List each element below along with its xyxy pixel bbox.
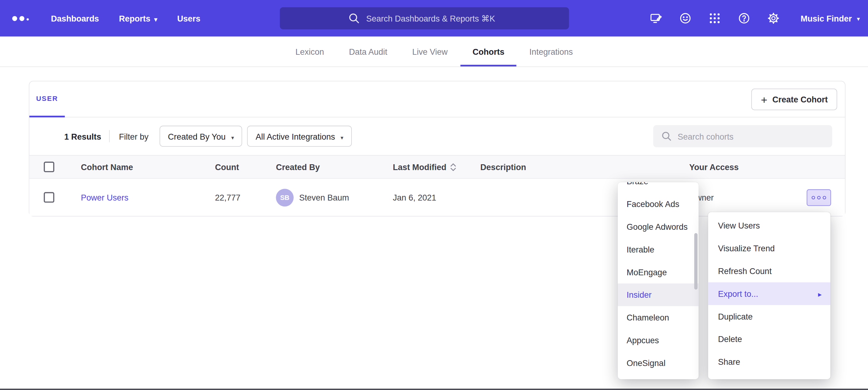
- row-checkbox-cell: [44, 179, 54, 216]
- sort-icon[interactable]: [450, 162, 457, 171]
- chevron-down-icon: [154, 13, 157, 23]
- cohorts-card: USER Create Cohort 1 Results Filter by C…: [29, 81, 845, 217]
- tab-live-view[interactable]: Live View: [412, 37, 447, 66]
- menu-item-appcues[interactable]: Appcues: [618, 329, 699, 352]
- menu-item-export-to[interactable]: Export to...: [708, 282, 831, 305]
- menu-item-facebook-ads[interactable]: Facebook Ads: [618, 193, 699, 215]
- table-row[interactable]: Power Users 22,777 SB Steven Baum Jan 6,…: [29, 179, 845, 216]
- nav-dashboards[interactable]: Dashboards: [51, 13, 99, 23]
- menu-item-iterable[interactable]: Iterable: [618, 238, 699, 261]
- select-all-checkbox[interactable]: [44, 162, 54, 172]
- menu-item-visualize-trend[interactable]: Visualize Trend: [708, 237, 831, 260]
- app-window: Dashboards Reports Users: [0, 0, 868, 390]
- cohort-count: 22,777: [215, 179, 240, 216]
- avatar: SB: [276, 189, 293, 206]
- create-cohort-button[interactable]: Create Cohort: [751, 89, 837, 110]
- tab-integrations[interactable]: Integrations: [529, 37, 573, 66]
- table-header: Cohort Name Count Created By Last Modifi…: [29, 155, 845, 179]
- chevron-down-icon: [857, 13, 860, 23]
- column-your-access[interactable]: Your Access: [689, 156, 739, 178]
- section-tabs: Lexicon Data Audit Live View Cohorts Int…: [0, 37, 868, 67]
- column-last-modified-label: Last Modified: [393, 162, 446, 172]
- column-count[interactable]: Count: [215, 156, 239, 178]
- dot-icon: [817, 196, 820, 199]
- menu-item-refresh-count[interactable]: Refresh Count: [708, 260, 831, 282]
- logo-dot: [12, 16, 17, 21]
- divider: [109, 130, 110, 142]
- mixpanel-logo[interactable]: [12, 16, 29, 21]
- help-icon[interactable]: [738, 12, 751, 25]
- menu-item-moengage[interactable]: MoEngage: [618, 261, 699, 284]
- create-cohort-label: Create Cohort: [772, 95, 828, 104]
- tab-cohorts[interactable]: Cohorts: [472, 37, 504, 66]
- tab-lexicon[interactable]: Lexicon: [296, 37, 324, 66]
- logo-dot: [27, 18, 29, 20]
- menu-item-view-users[interactable]: View Users: [708, 215, 831, 237]
- filter-created-by[interactable]: Created By You: [159, 126, 242, 147]
- menu-item-export-to-label: Export to...: [718, 289, 758, 299]
- results-count: 1 Results: [64, 132, 101, 141]
- select-row-checkbox[interactable]: [44, 192, 54, 203]
- top-navbar: Dashboards Reports Users: [0, 0, 868, 37]
- window-bottom-edge: [0, 389, 868, 390]
- chevron-down-icon: [231, 132, 234, 141]
- menu-item-chameleon[interactable]: Chameleon: [618, 306, 699, 329]
- settings-icon[interactable]: [767, 12, 780, 25]
- created-by-name: Steven Baum: [299, 193, 349, 202]
- row-actions-menu: View Users Visualize Trend Refresh Count…: [708, 212, 831, 379]
- filter-row: 1 Results Filter by Created By You All A…: [29, 118, 845, 155]
- cohort-search-input[interactable]: [653, 125, 832, 147]
- card-header: USER Create Cohort: [29, 82, 845, 118]
- apps-grid-icon[interactable]: [708, 12, 721, 25]
- filter-created-by-label: Created By You: [168, 132, 226, 141]
- nav-dashboards-label: Dashboards: [51, 13, 99, 23]
- nav-users[interactable]: Users: [177, 13, 200, 23]
- account-menu[interactable]: Music Finder: [801, 13, 860, 23]
- row-actions-button[interactable]: [807, 190, 831, 206]
- search-icon: [348, 12, 360, 25]
- menu-item-google-adwords[interactable]: Google Adwords: [618, 215, 699, 238]
- global-search[interactable]: [280, 7, 569, 29]
- filter-integrations-label: All Active Integrations: [255, 132, 335, 141]
- nav-users-label: Users: [177, 13, 200, 23]
- filter-by-label: Filter by: [119, 132, 148, 141]
- dot-icon: [823, 196, 826, 199]
- column-description[interactable]: Description: [480, 156, 526, 178]
- menu-item-onesignal[interactable]: OneSignal: [618, 352, 699, 374]
- global-search-input[interactable]: [365, 13, 501, 23]
- chevron-down-icon: [341, 132, 343, 141]
- export-integrations-menu: Braze Facebook Ads Google Adwords Iterab…: [618, 182, 699, 379]
- account-name: Music Finder: [801, 13, 852, 23]
- navbar-right: Music Finder: [649, 0, 860, 37]
- logo-dot: [20, 16, 24, 21]
- cohort-name-link[interactable]: Power Users: [81, 193, 129, 202]
- tab-user-cohorts[interactable]: USER: [29, 82, 65, 118]
- tab-data-audit[interactable]: Data Audit: [349, 37, 388, 66]
- column-created-by[interactable]: Created By: [276, 156, 320, 178]
- column-last-modified[interactable]: Last Modified: [393, 156, 456, 178]
- nav-reports[interactable]: Reports: [119, 13, 157, 23]
- created-by-cell: SB Steven Baum: [276, 179, 349, 216]
- scrollbar-thumb[interactable]: [694, 233, 698, 290]
- select-all-checkbox-cell: [44, 156, 54, 178]
- scrollbar[interactable]: [694, 182, 698, 379]
- dot-icon: [812, 196, 815, 199]
- search-icon: [661, 131, 672, 142]
- smiley-icon[interactable]: [679, 12, 692, 25]
- menu-item-insider[interactable]: Insider: [618, 284, 699, 306]
- column-cohort-name[interactable]: Cohort Name: [81, 156, 133, 178]
- menu-item-braze[interactable]: Braze: [618, 182, 699, 193]
- plus-icon: [761, 94, 767, 105]
- filter-integrations[interactable]: All Active Integrations: [247, 126, 351, 147]
- feedback-icon[interactable]: [649, 12, 663, 25]
- last-modified-cell: Jan 6, 2021: [393, 179, 436, 216]
- menu-item-share[interactable]: Share: [708, 350, 831, 373]
- nav-reports-label: Reports: [119, 13, 150, 23]
- menu-item-duplicate[interactable]: Duplicate: [708, 305, 831, 328]
- primary-nav: Dashboards Reports Users: [51, 13, 200, 23]
- menu-item-delete[interactable]: Delete: [708, 328, 831, 351]
- submenu-arrow-icon: [818, 289, 822, 299]
- cohort-search: [653, 125, 832, 147]
